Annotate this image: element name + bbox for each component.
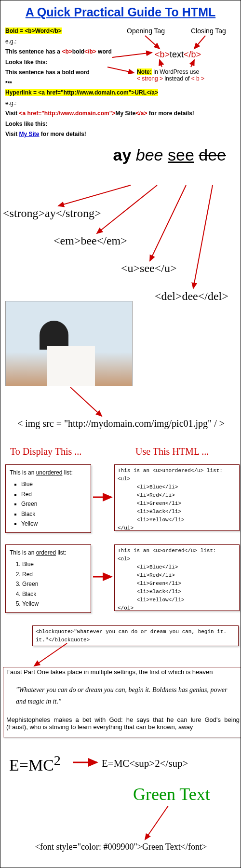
note-b: instead of xyxy=(163,75,191,82)
note-box: Note: In WordPress use < strong > instea… xyxy=(137,68,238,82)
tag-sample: <b>text</b> xyxy=(155,50,201,60)
faust-after: Mephistopheles makes a bet with God: he … xyxy=(6,716,240,731)
faust-quote: "Whatever you can do or dream you can, b… xyxy=(6,676,240,716)
list-item: Green xyxy=(21,499,87,509)
eg-label-2: e.g.: xyxy=(5,100,16,107)
list-item: Yellow xyxy=(22,599,87,609)
style-demo-row: ay bee see dee xyxy=(0,146,241,164)
hyper-close-tag: </a> xyxy=(135,110,147,117)
bold-close-tag: </b> xyxy=(84,48,96,55)
example-photo xyxy=(5,301,133,386)
list-item: Blue xyxy=(22,559,87,569)
sample-text: text xyxy=(170,50,184,59)
blockquote-code: <blockquote>"Whatever you can do or drea… xyxy=(32,625,239,646)
bold-out-c: word xyxy=(74,69,90,76)
green-text-display: Green Text xyxy=(133,784,210,804)
demo-see: see xyxy=(168,146,194,164)
unordered-list-display: This is an unordered list: Blue Red Gree… xyxy=(5,464,91,533)
hyper-src-e: for more details! xyxy=(147,110,194,117)
list-item: Green xyxy=(22,579,87,589)
hyper-src-text: My Site xyxy=(115,110,135,117)
hyperlink-definition: Hyperlink = <a href="http://www.domain.c… xyxy=(5,89,158,96)
demo-bee: bee xyxy=(136,146,163,164)
bold-open-tag: <b> xyxy=(62,48,72,55)
bold-src-end: word xyxy=(96,48,112,55)
bold-src-text: This sentence has a xyxy=(5,48,62,55)
hyper-link[interactable]: My Site xyxy=(19,131,39,137)
svg-line-9 xyxy=(193,185,213,288)
ordered-list-code: This is an <u>ordered</u> list: <ol> <li… xyxy=(114,544,240,611)
svg-line-15 xyxy=(145,806,168,840)
ul-title-b: unordered xyxy=(36,469,63,476)
hyper-out-c: for more details! xyxy=(39,131,86,137)
emc-base: E=MC xyxy=(9,756,54,774)
hyperlink-section: Hyperlink = <a href="http://www.domain.c… xyxy=(0,88,241,140)
bold-out-word: bold xyxy=(62,69,74,76)
svg-line-10 xyxy=(70,387,102,416)
note-strong: < strong > xyxy=(137,75,163,82)
bold-definition: Bold = <b>Word</b> xyxy=(5,27,62,34)
ul-title-c: list: xyxy=(62,469,72,476)
em-tag-demo: <em>bee</em> xyxy=(54,234,127,247)
looks-like-label: Looks like this: xyxy=(5,59,47,66)
emc-sup: 2 xyxy=(54,753,61,768)
strong-tag-demo: <strong>ay</strong> xyxy=(3,207,101,220)
unordered-list-code: This is an <u>unordered</u> list: <ul> <… xyxy=(114,464,240,531)
faust-before: Faust Part One takes place in multiple s… xyxy=(6,668,240,676)
superscript-display: E=MC2 xyxy=(9,753,61,774)
list-item: Yellow xyxy=(21,519,87,529)
note-a: In WordPress use xyxy=(152,68,199,75)
looks-like-label-2: Looks like this: xyxy=(5,121,47,127)
superscript-code: E=MC<sup>2</sup> xyxy=(102,758,188,770)
svg-line-6 xyxy=(58,185,131,206)
ul-title-a: This is an xyxy=(10,469,36,476)
blockquote-display: Faust Part One takes place in multiple s… xyxy=(3,667,241,737)
green-text-code: <font style="color: #009900">Green Text<… xyxy=(0,842,241,852)
opening-tag-label: Opening Tag xyxy=(127,27,165,35)
hyper-out-a: Visit xyxy=(5,131,19,137)
page-title: A Quick Practical Guide To HTML xyxy=(0,0,241,26)
ordered-list-display: This is an ordered list: Blue Red Green … xyxy=(5,544,91,613)
list-item: Blue xyxy=(21,479,87,489)
svg-line-7 xyxy=(97,185,157,233)
svg-line-8 xyxy=(150,185,186,261)
ol-title-b: ordered xyxy=(36,549,56,556)
hyper-src-a: Visit xyxy=(5,110,19,117)
demo-dee: dee xyxy=(199,146,226,164)
sample-open: <b> xyxy=(155,50,170,59)
list-item: Red xyxy=(21,489,87,499)
bold-out-a: This sentence has a xyxy=(5,69,62,76)
list-item: Red xyxy=(22,570,87,579)
note-label: Note: xyxy=(137,68,152,75)
closing-tag-label: Closing Tag xyxy=(191,27,226,35)
sample-close: </b> xyxy=(184,50,201,59)
u-tag-demo: <u>see</u> xyxy=(121,262,176,275)
img-tag-code: < img src = "http://mydomain.com/img/pic… xyxy=(0,418,241,429)
hyper-open-tag: <a href="http://www.domain.com"> xyxy=(19,110,115,117)
list-item: Black xyxy=(22,589,87,599)
ol-title-a: This is an xyxy=(10,549,36,556)
del-tag-demo: <del>dee</del> xyxy=(155,290,228,303)
svg-line-13 xyxy=(34,643,67,666)
eg-label: e.g.: xyxy=(5,38,16,45)
list-item: Black xyxy=(21,509,87,519)
demo-ay: ay xyxy=(113,146,132,164)
ol-title-c: list: xyxy=(56,549,66,556)
note-bold: < b > xyxy=(191,75,204,82)
bold-src-word: bold xyxy=(72,48,84,55)
display-column-header: To Display This ... xyxy=(10,446,81,457)
html-column-header: Use This HTML ... xyxy=(135,446,209,457)
